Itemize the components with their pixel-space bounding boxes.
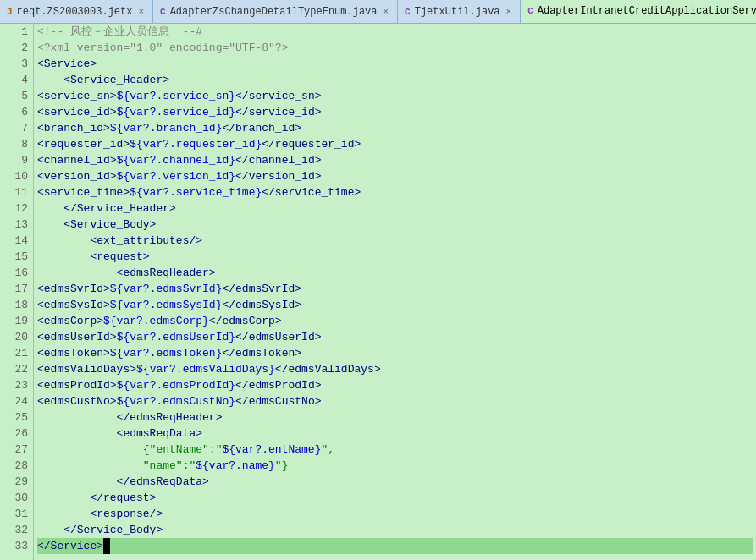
line-number: 1 <box>3 24 28 40</box>
line-number: 15 <box>3 249 28 265</box>
line-number: 14 <box>3 233 28 249</box>
line-number: 11 <box>3 184 28 200</box>
code-line: <requester_id>${var?.requester_id}</requ… <box>37 136 753 152</box>
code-line: <edmsSvrId>${var?.edmsSvrId}</edmsSvrId> <box>37 281 753 297</box>
line-number: 27 <box>3 442 28 458</box>
tab-reqt[interactable]: Jreqt.ZS2003003.jetx× <box>0 0 153 23</box>
code-line: </Service> <box>37 538 753 554</box>
line-number: 19 <box>3 313 28 329</box>
line-number: 25 <box>3 409 28 425</box>
code-line: "name":"${var?.name}"} <box>37 458 753 474</box>
code-line: <Service> <box>37 56 753 72</box>
code-line: <edmsReqHeader> <box>37 265 753 281</box>
tab-adapter-enum[interactable]: CAdapterZsChangeDetailTypeEnum.java× <box>153 0 398 23</box>
code-line: <branch_id>${var?.branch_id}</branch_id> <box>37 120 753 136</box>
code-line: {"entName":"${var?.entName}", <box>37 442 753 458</box>
code-line: <service_sn>${var?.service_sn}</service_… <box>37 88 753 104</box>
code-line: </Service_Body> <box>37 522 753 538</box>
code-line: <Service_Body> <box>37 217 753 233</box>
code-line: <channel_id>${var?.channel_id}</channel_… <box>37 152 753 168</box>
line-number: 20 <box>3 329 28 345</box>
line-number: 28 <box>3 458 28 474</box>
line-number: 10 <box>3 168 28 184</box>
line-number: 6 <box>3 104 28 120</box>
tab-label: AdapterIntranetCreditApplicationServiceI… <box>538 5 756 17</box>
line-number: 13 <box>3 217 28 233</box>
line-number: 30 <box>3 490 28 506</box>
code-line: <?xml version="1.0" encoding="UTF-8"?> <box>37 40 753 56</box>
code-line: <!-- 风控－企业人员信息 --# <box>37 24 753 40</box>
line-number: 23 <box>3 377 28 393</box>
line-number: 16 <box>3 265 28 281</box>
code-line: <Service_Header> <box>37 72 753 88</box>
line-number: 8 <box>3 136 28 152</box>
line-number: 12 <box>3 200 28 217</box>
code-line: </edmsReqHeader> <box>37 409 753 425</box>
tab-close-button[interactable]: × <box>382 6 391 18</box>
tab-tjetx[interactable]: CTjetxUtil.java× <box>398 0 521 23</box>
code-line: </request> <box>37 490 753 506</box>
line-number: 26 <box>3 425 28 442</box>
line-number: 31 <box>3 506 28 522</box>
java-icon: C <box>160 7 166 17</box>
code-line: <edmsReqData> <box>37 425 753 442</box>
code-line: <request> <box>37 249 753 265</box>
code-line: <edmsSysId>${var?.edmsSysId}</edmsSysId> <box>37 297 753 313</box>
line-number: 2 <box>3 40 28 56</box>
line-number: 17 <box>3 281 28 297</box>
code-line: </Service_Header> <box>37 200 753 217</box>
code-line: </edmsReqData> <box>37 474 753 490</box>
code-line: <version_id>${var?.version_id}</version_… <box>37 168 753 184</box>
code-line: <edmsCustNo>${var?.edmsCustNo}</edmsCust… <box>37 393 753 409</box>
code-line: <ext_attributes/> <box>37 233 753 249</box>
code-line: <response/> <box>37 506 753 522</box>
line-number: 3 <box>3 56 28 72</box>
line-number: 4 <box>3 72 28 88</box>
line-number: 5 <box>3 88 28 104</box>
code-line: <edmsUserId>${var?.edmsUserId}</edmsUser… <box>37 329 753 345</box>
line-number: 18 <box>3 297 28 313</box>
tab-label: reqt.ZS2003003.jetx <box>17 6 133 18</box>
line-number: 22 <box>3 361 28 377</box>
code-line: <service_id>${var?.service_id}</service_… <box>37 104 753 120</box>
code-line: <service_time>${var?.service_time}</serv… <box>37 184 753 200</box>
java-icon: C <box>405 7 411 17</box>
line-number: 33 <box>3 538 28 554</box>
line-numbers: 1234567891011121314151617181920212223242… <box>0 24 34 560</box>
tab-adapter-impl[interactable]: CAdapterIntranetCreditApplicationService… <box>521 0 756 23</box>
jetx-icon: J <box>7 7 13 17</box>
line-number: 32 <box>3 522 28 538</box>
tab-label: AdapterZsChangeDetailTypeEnum.java <box>170 6 378 18</box>
tab-close-button[interactable]: × <box>136 6 146 18</box>
java-icon: C <box>527 6 533 16</box>
code-line: <edmsToken>${var?.edmsToken}</edmsToken> <box>37 345 753 361</box>
tab-close-button[interactable]: × <box>505 6 514 18</box>
line-number: 24 <box>3 393 28 409</box>
editor: 1234567891011121314151617181920212223242… <box>0 24 756 560</box>
line-number: 29 <box>3 474 28 490</box>
line-number: 21 <box>3 345 28 361</box>
line-number: 9 <box>3 152 28 168</box>
tab-bar: Jreqt.ZS2003003.jetx×CAdapterZsChangeDet… <box>0 0 756 24</box>
code-area[interactable]: <!-- 风控－企业人员信息 --#<?xml version="1.0" en… <box>34 24 756 560</box>
code-line: <edmsValidDays>${var?.edmsValidDays}</ed… <box>37 361 753 377</box>
tab-label: TjetxUtil.java <box>415 6 500 18</box>
line-number: 7 <box>3 120 28 136</box>
code-line: <edmsProdId>${var?.edmsProdId}</edmsProd… <box>37 377 753 393</box>
code-line: <edmsCorp>${var?.edmsCorp}</edmsCorp> <box>37 313 753 329</box>
